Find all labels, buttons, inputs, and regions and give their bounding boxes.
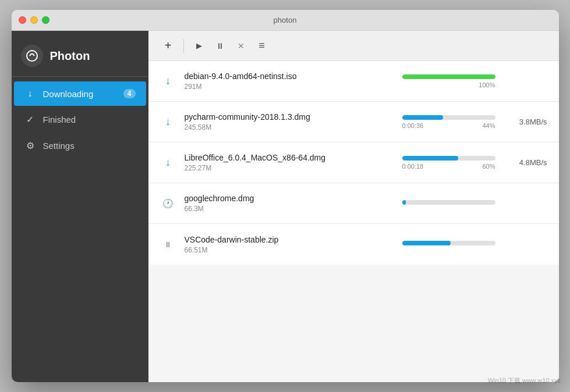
toolbar: + ▶ ⏸ ✕ ≡ xyxy=(148,31,559,61)
stop-button[interactable]: ✕ xyxy=(231,35,252,56)
sidebar-logo: Photon xyxy=(12,37,148,75)
progress-bar-fill xyxy=(402,156,458,161)
sidebar-downloading-label: Downloading xyxy=(43,89,116,99)
item-progress: 0:00:36 44% xyxy=(391,115,495,129)
progress-bar-fill xyxy=(402,74,495,79)
progress-bar-container xyxy=(402,156,495,161)
item-status-icon: ↓ xyxy=(160,114,176,130)
item-info: pycharm-community-2018.1.3.dmg 245.58M xyxy=(185,112,383,131)
item-size: 225.27M xyxy=(185,164,383,172)
time-left: 0:00:36 xyxy=(402,122,424,129)
app-logo-icon xyxy=(21,45,43,67)
main-content: Photon ↓ Downloading 4 ✓ Finished ⚙ Sett… xyxy=(12,31,559,382)
item-size: 245.58M xyxy=(185,123,383,131)
titlebar: photon xyxy=(12,10,559,31)
window-title: photon xyxy=(274,16,297,24)
progress-bar-container xyxy=(402,200,495,205)
downloading-badge: 4 xyxy=(123,89,136,98)
svg-point-0 xyxy=(27,51,37,61)
item-status-icon: ↓ xyxy=(160,73,176,90)
progress-bar-fill xyxy=(402,115,443,120)
progress-info: 0:00:36 44% xyxy=(402,122,495,129)
progress-bar-container xyxy=(402,74,495,79)
download-item[interactable]: ⏸ VSCode-darwin-stable.zip 66.51M xyxy=(148,224,559,265)
sidebar-item-finished[interactable]: ✓ Finished xyxy=(14,107,146,132)
item-speed: 4.8MB/s xyxy=(509,158,547,167)
item-size: 66.51M xyxy=(185,246,383,254)
progress-info: 0:00:18 60% xyxy=(402,163,495,170)
download-icon: ↓ xyxy=(24,88,36,99)
app-window: photon Photon ↓ Downloading 4 ✓ xyxy=(12,10,559,382)
item-name: VSCode-darwin-stable.zip xyxy=(185,235,383,244)
item-progress: 0:00:18 60% xyxy=(391,156,495,170)
sidebar-finished-label: Finished xyxy=(43,115,136,124)
download-item[interactable]: ↓ debian-9.4.0-amd64-netinst.iso 291M 10… xyxy=(148,61,559,102)
item-info: VSCode-darwin-stable.zip 66.51M xyxy=(185,235,383,254)
watermark: Win10 下载 www.w10.xyz xyxy=(488,376,561,385)
pause-button[interactable]: ⏸ xyxy=(210,35,231,56)
item-status-icon: ⏸ xyxy=(160,236,176,252)
item-progress xyxy=(391,200,495,207)
progress-bar-fill xyxy=(402,241,451,245)
finished-icon: ✓ xyxy=(24,114,36,125)
close-button[interactable] xyxy=(19,16,26,24)
list-button[interactable]: ≡ xyxy=(252,35,272,56)
item-name: googlechrome.dmg xyxy=(185,194,383,203)
download-item[interactable]: ↓ LibreOffice_6.0.4_MacOS_x86-64.dmg 225… xyxy=(148,142,559,183)
percent: 100% xyxy=(479,81,495,88)
item-size: 66.3M xyxy=(185,205,383,213)
progress-info: 100% xyxy=(402,81,495,88)
percent: 60% xyxy=(482,163,495,170)
progress-bar-container xyxy=(402,241,495,245)
item-name: pycharm-community-2018.1.3.dmg xyxy=(185,112,383,122)
add-button[interactable]: + xyxy=(158,35,179,56)
download-list: ↓ debian-9.4.0-amd64-netinst.iso 291M 10… xyxy=(148,61,559,382)
item-name: debian-9.4.0-amd64-netinst.iso xyxy=(185,72,383,81)
item-progress xyxy=(391,241,495,248)
app-name: Photon xyxy=(50,49,90,63)
percent: 44% xyxy=(482,122,495,129)
traffic-lights xyxy=(19,16,49,24)
sidebar-item-downloading[interactable]: ↓ Downloading 4 xyxy=(14,81,146,106)
sidebar: Photon ↓ Downloading 4 ✓ Finished ⚙ Sett… xyxy=(12,31,148,382)
progress-bar-fill xyxy=(402,200,406,205)
item-info: LibreOffice_6.0.4_MacOS_x86-64.dmg 225.2… xyxy=(185,153,383,172)
progress-bar-container xyxy=(402,115,495,120)
sidebar-divider xyxy=(12,76,148,77)
item-speed: 3.8MB/s xyxy=(509,117,547,126)
time-left: 0:00:18 xyxy=(402,163,424,170)
item-info: googlechrome.dmg 66.3M xyxy=(185,194,383,213)
item-status-icon: 🕐 xyxy=(160,195,176,212)
download-item[interactable]: ↓ pycharm-community-2018.1.3.dmg 245.58M… xyxy=(148,102,559,142)
settings-icon: ⚙ xyxy=(24,140,36,151)
toolbar-divider xyxy=(183,39,184,53)
item-progress: 100% xyxy=(391,74,495,88)
sidebar-item-settings[interactable]: ⚙ Settings xyxy=(14,133,146,158)
item-info: debian-9.4.0-amd64-netinst.iso 291M xyxy=(185,72,383,91)
item-name: LibreOffice_6.0.4_MacOS_x86-64.dmg xyxy=(185,153,383,162)
maximize-button[interactable] xyxy=(42,16,49,24)
sidebar-settings-label: Settings xyxy=(43,141,136,151)
play-button[interactable]: ▶ xyxy=(189,35,210,56)
item-size: 291M xyxy=(185,83,383,91)
download-item[interactable]: 🕐 googlechrome.dmg 66.3M xyxy=(148,183,559,224)
item-status-icon: ↓ xyxy=(160,155,176,171)
content-area: + ▶ ⏸ ✕ ≡ ↓ debian-9.4.0-amd64-netinst.i… xyxy=(148,31,559,382)
minimize-button[interactable] xyxy=(30,16,38,24)
